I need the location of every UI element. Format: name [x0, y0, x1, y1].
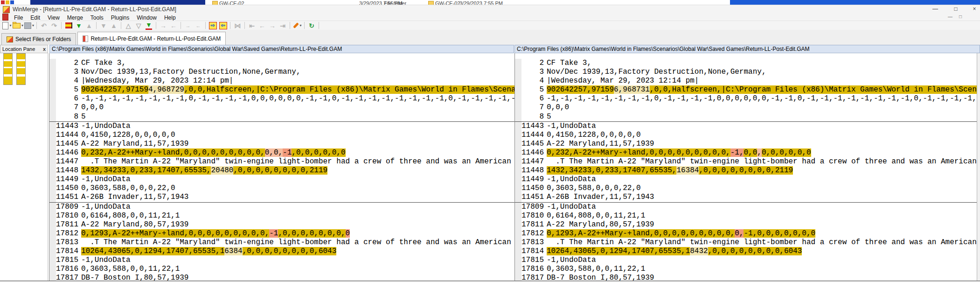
- code-row[interactable]: 5902642257,971596,968731,0,0,Halfscreen,…: [515, 85, 977, 94]
- copy-all-left-button[interactable]: [218, 21, 228, 30]
- code-row[interactable]: 114500,3603,588,0,0,0,22,0: [515, 184, 977, 193]
- code-row[interactable]: 11451A-26B Invader,11,57,1943: [515, 193, 977, 202]
- last-difference-button[interactable]: ▽: [134, 21, 143, 30]
- next-file-button[interactable]: →: [268, 21, 277, 30]
- diff-location-band[interactable]: [17, 77, 25, 85]
- new-file-button[interactable]: ▾: [2, 21, 12, 30]
- dropdown-arrow-icon[interactable]: ▾: [32, 23, 34, 28]
- last-file-button[interactable]: ⇥: [278, 21, 287, 30]
- code-row[interactable]: 11443-1,UndoData: [515, 121, 977, 131]
- code-row[interactable]: 11445A-22 Maryland,11,57,1939: [515, 140, 977, 148]
- first-difference-button[interactable]: △: [124, 21, 133, 30]
- copy-left-button[interactable]: ←: [169, 21, 178, 30]
- next-difference-button[interactable]: ▼: [74, 21, 83, 30]
- code-row[interactable]: 178160,3603,588,0,0,11,22,1: [49, 265, 514, 274]
- mdi-restore-button[interactable]: □: [956, 14, 965, 20]
- current-difference-button[interactable]: [64, 21, 73, 30]
- code-row[interactable]: 178120,1293,A-22++Mary-+land,0,0,0,0,0,0…: [49, 229, 514, 238]
- code-row[interactable]: 85: [515, 113, 977, 121]
- copy-left-and-advance-button[interactable]: ←: [194, 21, 203, 30]
- code-row[interactable]: 11449-1,UndoData: [515, 175, 977, 184]
- code-row[interactable]: 114481432,34233,0,233,17407,65535,20480,…: [49, 166, 514, 175]
- code-row[interactable]: 178160,3603,588,0,0,11,22,1: [515, 265, 977, 274]
- close-button[interactable]: ×: [966, 5, 980, 14]
- refresh-button[interactable]: ↻: [307, 21, 316, 30]
- diff-location-band[interactable]: [4, 61, 12, 67]
- code-row[interactable]: 85: [49, 113, 514, 121]
- code-row[interactable]: 6-1,-1,-1,-1,-1,-1,-1,-1,0,-1,-1,-1,-1,0…: [49, 94, 514, 103]
- code-row[interactable]: 17817DB-7 Boston I,80,57,1939: [515, 274, 977, 281]
- code-row[interactable]: 17809-1,UndoData: [49, 202, 514, 212]
- diff-location-band[interactable]: [17, 61, 25, 67]
- code-row[interactable]: 178100,6164,808,0,0,11,21,1: [515, 212, 977, 220]
- code-row[interactable]: 11451A-26B Invader,11,57,1943: [49, 193, 514, 202]
- code-row[interactable]: 17815-1,UndoData: [515, 256, 977, 265]
- diff-location-band[interactable]: [4, 77, 12, 85]
- code-row[interactable]: 17813 .T The Martin A-22 "Maryland" twin…: [515, 238, 977, 247]
- code-row[interactable]: 17815-1,UndoData: [49, 256, 514, 265]
- vertical-scrollbar[interactable]: [977, 53, 980, 281]
- code-row[interactable]: 1781410264,43065,0,1294,17407,65535,1638…: [49, 247, 514, 256]
- tab-select-files-or-folders[interactable]: Select Files or Folders: [1, 33, 76, 45]
- code-row[interactable]: 6-1,-1,-1,-1,-1,-1,-1,-1,0,-1,-1,-1,-1,0…: [515, 94, 977, 103]
- copy-right-and-advance-button[interactable]: →: [183, 21, 193, 30]
- code-row[interactable]: 114440,4150,1228,0,0,0,0,0: [49, 131, 514, 140]
- previous-file-button[interactable]: ←: [257, 21, 267, 30]
- code-row[interactable]: 17813 .T The Martin A-22 "Maryland" twin…: [49, 238, 514, 247]
- code-row[interactable]: 11443-1,UndoData: [49, 121, 514, 131]
- tab-file-comparison[interactable]: Return-LL-Pre-Edit.GAM - Return-LL-Post-…: [77, 32, 226, 45]
- previous-conflict-button[interactable]: ▲: [109, 21, 118, 30]
- minimize-button[interactable]: —: [927, 5, 943, 14]
- first-file-button[interactable]: ⇤: [247, 21, 257, 30]
- code-row[interactable]: 3Nov/Dec 1939,13,Factory Destruction,Non…: [49, 68, 514, 77]
- location-pane-strip-right[interactable]: [16, 53, 26, 85]
- diff-location-band[interactable]: [17, 54, 25, 59]
- undo-button[interactable]: ↶: [39, 21, 49, 30]
- code-row[interactable]: 2CF Take 3,: [515, 59, 977, 68]
- diff-location-band[interactable]: [4, 54, 12, 59]
- code-row[interactable]: 114440,4150,1228,0,0,0,0,0: [515, 131, 977, 140]
- code-row[interactable]: 70,0,0: [49, 103, 514, 112]
- code-row[interactable]: 3Nov/Dec 1939,13,Factory Destruction,Non…: [515, 68, 977, 77]
- options-button[interactable]: ▾: [292, 21, 302, 30]
- diff-location-band[interactable]: [17, 68, 25, 74]
- redo-button[interactable]: ↷: [49, 21, 59, 30]
- copy-all-right-button[interactable]: [208, 21, 217, 30]
- auto-merge-button[interactable]: ⋈: [233, 21, 242, 30]
- diff-location-band[interactable]: [4, 68, 12, 74]
- dropdown-arrow-icon[interactable]: ▾: [300, 23, 302, 28]
- diff-pane-right[interactable]: 2CF Take 3,3Nov/Dec 1939,13,Factory Dest…: [514, 53, 977, 281]
- previous-difference-button[interactable]: ▲: [84, 21, 94, 30]
- code-row[interactable]: 4|Wednesday, Mar 29, 2023 12:14 pm|: [515, 77, 977, 85]
- code-row[interactable]: 114460,232,A-22++Mary-+land,0,0,0,0,0,0,…: [515, 148, 977, 157]
- code-row[interactable]: 114500,3603,588,0,0,0,22,0: [49, 184, 514, 193]
- code-row[interactable]: 2CF Take 3,: [49, 59, 514, 68]
- code-row[interactable]: 11447 .T The Martin A-22 "Maryland" twin…: [515, 157, 977, 166]
- dropdown-arrow-icon[interactable]: ▾: [9, 23, 11, 28]
- code-row[interactable]: 17809-1,UndoData: [515, 202, 977, 212]
- location-pane-strip-left[interactable]: [3, 53, 13, 85]
- maximize-button[interactable]: □: [948, 5, 964, 14]
- location-pane-close-icon[interactable]: x: [43, 45, 46, 53]
- save-button[interactable]: ▾: [24, 21, 34, 30]
- code-row[interactable]: 1781410264,43065,0,1294,17407,65535,1843…: [515, 247, 977, 256]
- mdi-minimize-button[interactable]: —: [946, 14, 954, 20]
- next-conflict-button[interactable]: ▼: [99, 21, 108, 30]
- code-row[interactable]: 70,0,0: [515, 103, 977, 112]
- code-row[interactable]: 178120,1293,A-22++Mary-+land,0,0,0,0,0,0…: [515, 229, 977, 238]
- diff-pane-left[interactable]: 2CF Take 3,3Nov/Dec 1939,13,Factory Dest…: [49, 53, 514, 281]
- open-button[interactable]: ▾: [13, 21, 23, 30]
- code-row[interactable]: 11447 .T The Martin A-22 "Maryland" twin…: [49, 157, 514, 166]
- code-row[interactable]: 5902642257,971594,968729,0,0,Halfscreen,…: [49, 85, 514, 94]
- code-row[interactable]: 114481432,34233,0,233,17407,65535,16384,…: [515, 166, 977, 175]
- code-row[interactable]: 11445A-22 Maryland,11,57,1939: [49, 140, 514, 148]
- dropdown-arrow-icon[interactable]: ▾: [21, 23, 23, 28]
- code-row[interactable]: 114460,232,A-22++Mary-+land,0,0,0,0,0,0,…: [49, 148, 514, 157]
- code-row[interactable]: 17811A-22 Maryland,80,57,1939: [515, 220, 977, 229]
- code-row[interactable]: 4|Wednesday, Mar 29, 2023 12:14 pm|: [49, 77, 514, 85]
- code-row[interactable]: 178100,6164,808,0,0,11,21,1: [49, 212, 514, 220]
- code-row[interactable]: 11449-1,UndoData: [49, 175, 514, 184]
- code-row[interactable]: 17811A-22 Maryland,80,57,1939: [49, 220, 514, 229]
- code-row[interactable]: 17817DB-7 Boston I,80,57,1939: [49, 274, 514, 281]
- all-differences-button[interactable]: ▼: [144, 21, 153, 30]
